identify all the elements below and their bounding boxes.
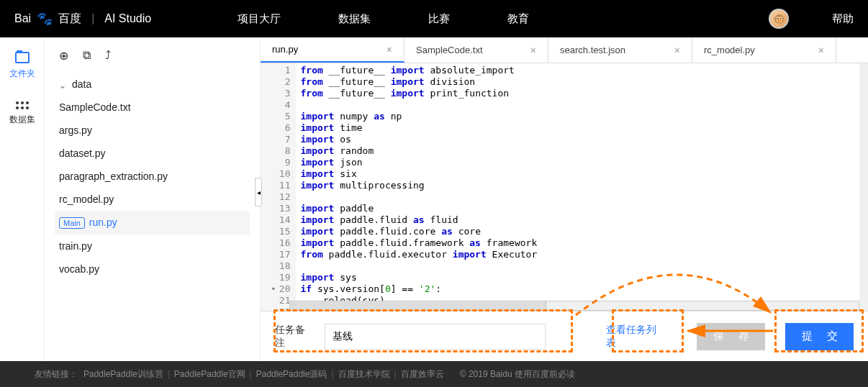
logo-text-bai: Bai: [14, 12, 31, 25]
main: 文件夹 数据集 ⊕ ⧉ ⤴ data SampleCode.txtargs.py…: [0, 37, 868, 361]
footer-link[interactable]: 百度技术学院: [338, 369, 390, 379]
file-tree: data SampleCode.txtargs.pydataset.pypara…: [45, 73, 260, 281]
editor-tab[interactable]: SampleCode.txt×: [404, 37, 548, 63]
bottom-bar: 任务备注 查看任务列表 保 存 提 交: [261, 311, 868, 361]
task-note-input[interactable]: [325, 324, 545, 350]
footer-link[interactable]: PaddlePaddle源码: [256, 369, 327, 379]
folder-icon: [15, 52, 30, 63]
view-tasks-link[interactable]: 查看任务列表: [606, 324, 666, 350]
editor-tab[interactable]: search.test.json×: [548, 37, 692, 63]
close-icon[interactable]: ×: [818, 45, 824, 56]
sidebar-item-dataset[interactable]: 数据集: [9, 101, 35, 126]
task-note-label: 任务备注: [275, 324, 315, 350]
top-nav: 项目大厅 数据集 比赛 教育: [238, 12, 529, 26]
close-icon[interactable]: ×: [386, 44, 392, 55]
file-sidebar: ⊕ ⧉ ⤴ data SampleCode.txtargs.pydataset.…: [45, 37, 261, 361]
footer-link[interactable]: 百度效率云: [401, 369, 444, 379]
close-icon[interactable]: ×: [674, 45, 680, 56]
tree-file[interactable]: rc_model.py: [55, 188, 250, 211]
footer-link[interactable]: PaddlePaddle训练营: [83, 369, 163, 379]
line-gutter: 123456789101112131415161718192021222324: [261, 63, 296, 311]
editor-area: run.py×SampleCode.txt×search.test.json×r…: [261, 37, 868, 361]
save-button[interactable]: 保 存: [697, 323, 765, 350]
horizontal-scrollbar[interactable]: [289, 301, 859, 311]
tree-file[interactable]: Mainrun.py: [55, 211, 250, 235]
collapse-handle[interactable]: ◂: [255, 178, 262, 206]
logo[interactable]: Bai🐾百度 | AI Studio: [14, 11, 151, 27]
nav-projects[interactable]: 项目大厅: [238, 12, 281, 26]
nav-education[interactable]: 教育: [507, 12, 529, 26]
tree-file[interactable]: vocab.py: [55, 258, 250, 281]
footer-link[interactable]: PaddlePaddle官网: [174, 369, 245, 379]
editor-tab[interactable]: rc_model.py×: [692, 37, 836, 63]
footer: 友情链接： PaddlePaddle训练营|PaddlePaddle官网|Pad…: [0, 361, 868, 387]
logo-studio: AI Studio: [104, 12, 151, 25]
divider-icon: |: [91, 12, 94, 25]
tree-file[interactable]: paragraph_extraction.py: [55, 165, 250, 188]
editor-tabs: run.py×SampleCode.txt×search.test.json×r…: [261, 37, 868, 63]
upload-icon[interactable]: ⤴: [105, 49, 111, 63]
logo-text-du: 百度: [58, 12, 81, 27]
close-icon[interactable]: ×: [530, 45, 536, 56]
tree-file[interactable]: train.py: [55, 235, 250, 258]
tab-label: search.test.json: [560, 45, 625, 55]
sidebar-item-files[interactable]: 文件夹: [9, 52, 35, 80]
footer-label: 友情链接：: [35, 368, 78, 381]
submit-button[interactable]: 提 交: [785, 323, 854, 350]
tree-folder-data[interactable]: data: [55, 73, 250, 96]
file-toolbar: ⊕ ⧉ ⤴: [45, 45, 260, 73]
editor-tab[interactable]: run.py×: [261, 37, 404, 63]
tab-label: run.py: [272, 44, 298, 55]
tab-label: SampleCode.txt: [416, 45, 483, 55]
tree-file[interactable]: dataset.py: [55, 142, 250, 165]
top-header: Bai🐾百度 | AI Studio 项目大厅 数据集 比赛 教育 🐵 帮助: [0, 0, 868, 37]
sidebar-narrow: 文件夹 数据集: [0, 37, 45, 361]
footer-copyright: © 2019 Baidu 使用百度前必读: [460, 368, 575, 381]
nav-datasets[interactable]: 数据集: [338, 12, 371, 26]
tab-label: rc_model.py: [704, 45, 755, 55]
sidebar-item-label: 文件夹: [9, 68, 35, 80]
tree-file[interactable]: args.py: [55, 119, 250, 142]
new-file-icon[interactable]: ⊕: [59, 49, 68, 63]
tree-file[interactable]: SampleCode.txt: [55, 96, 250, 119]
code-editor[interactable]: 123456789101112131415161718192021222324 …: [261, 63, 868, 311]
nav-competitions[interactable]: 比赛: [428, 12, 450, 26]
nav-help[interactable]: 帮助: [832, 12, 854, 26]
new-folder-icon[interactable]: ⧉: [83, 49, 91, 63]
vertical-scrollbar[interactable]: [859, 63, 868, 311]
main-badge: Main: [59, 217, 85, 229]
scrollbar-thumb[interactable]: [290, 301, 546, 310]
dataset-icon: [16, 101, 29, 109]
avatar[interactable]: 🐵: [769, 9, 789, 29]
paw-icon: 🐾: [37, 11, 53, 27]
sidebar-item-label: 数据集: [9, 114, 35, 126]
code-content[interactable]: from __future__ import absolute_importfr…: [296, 63, 868, 311]
